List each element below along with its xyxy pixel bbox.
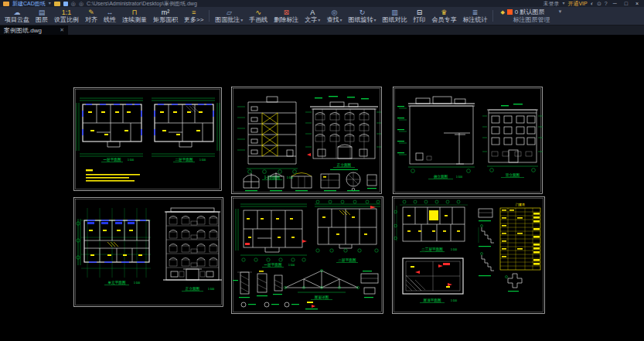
file-path: C:\Users\Administrator\Desktop\案例图纸.dwg — [87, 0, 197, 7]
chevron-down-icon[interactable]: ▾ — [49, 0, 51, 7]
vip-upgrade-button[interactable]: 开通VIP — [567, 0, 587, 7]
theme-icon[interactable]: ◐ — [591, 0, 594, 7]
drawing-label: 二三层平面图 — [421, 247, 443, 252]
roof-truss-detail: 屋架详图 — [284, 269, 359, 300]
drawing-scale: 1:100 — [134, 281, 140, 285]
toolbar-item-measure[interactable]: ⊓ 连续测量 — [119, 7, 150, 25]
continuous-measure-icon: ⊓ — [131, 9, 137, 16]
zoom-in-icon[interactable]: ◎ — [71, 0, 76, 7]
dropdown-arrow-icon: ▾ — [318, 17, 320, 22]
drawing-label: 一层平面图 — [264, 262, 282, 268]
section-details — [233, 271, 378, 309]
drawing-scale: 1:100 — [208, 288, 214, 291]
rotate-icon: ↻ — [359, 9, 366, 16]
dropdown-arrow-icon: ▾ — [240, 17, 243, 22]
active-document-tab[interactable]: 案例图纸.dwg ✕ — [0, 26, 68, 35]
scale-ratio-icon: 1:1 — [62, 9, 72, 16]
layer-selector-value: 0 默认图层 — [515, 9, 545, 15]
main-toolbar: ☁ 项目云盘 ▤ 图层 1:1 设置比例 ✎ 对齐 ↔ 线性 ⊓ 连续测量 m²… — [0, 7, 644, 26]
toolbar-item-linear[interactable]: ↔ 线性 — [101, 7, 119, 25]
toolbar-item-area[interactable]: m² 矩形面积 — [150, 7, 181, 25]
drawing-label: 单元平面图 — [107, 280, 126, 285]
toolbar-separator — [209, 10, 210, 22]
plan-second-floor: 二层平面图 1:100 — [152, 98, 220, 162]
toolbar-item-vip[interactable]: ♛ 会员专享 — [428, 7, 459, 25]
text-icon: A — [310, 9, 315, 16]
drawing-label: 一层平面图 — [104, 157, 121, 162]
drawing-label: 二层平面图 — [339, 257, 356, 263]
notes-block — [86, 169, 140, 182]
zoom-out-icon[interactable]: ◎ — [79, 0, 83, 7]
drawing-scale: 1:100 — [128, 159, 134, 162]
toolbar-item-more[interactable]: ≡ 更多>> — [181, 7, 206, 25]
new-drawing-button[interactable]: 新建CAD图纸 — [12, 0, 46, 7]
open-file-icon[interactable] — [54, 2, 60, 6]
front-elevation: 正立面图 1:100 — [163, 208, 222, 292]
door-window-schedule: 门窗表 — [500, 203, 540, 270]
title-bar: 新建CAD图纸 ▾ ◎ ◎ C:\Users\Administrator\Des… — [0, 0, 644, 7]
tab-close-icon[interactable]: ✕ — [60, 27, 64, 33]
help-icon[interactable]: ? — [605, 0, 608, 7]
drawing-panel-floor-plans[interactable]: 一层平面图 1:100 二层平面图 1:100 — [73, 87, 222, 191]
toolbar-item-delete-annotation[interactable]: ⊠ 删除标注 — [271, 7, 302, 25]
drawing-scale: 1:100 — [451, 248, 457, 251]
cloud-icon: ☁ — [14, 9, 21, 16]
toolbar-item-stats[interactable]: ≣ 标注统计 — [459, 7, 490, 25]
drawing-panel-unit-plan[interactable]: 单元平面图 1:100 正立面图 1:100 — [73, 197, 223, 307]
drawing-scale: 1:100 — [288, 264, 295, 267]
find-icon: ◎ — [331, 9, 337, 16]
freehand-icon: ∿ — [256, 9, 262, 16]
drawing-panel-elevations[interactable]: 侧立面图 1:100 背立面图 — [393, 87, 543, 194]
building-section: 1-1剖面图 1:100 — [237, 97, 298, 180]
toolbar-item-cloud[interactable]: ☁ 项目云盘 — [2, 7, 32, 25]
minimize-button[interactable]: ─ — [611, 0, 619, 7]
drawing-panel-section-elevation[interactable]: 1-1剖面图 1:100 正立面图 — [231, 87, 382, 194]
toolbar-item-find[interactable]: ◎ 查找▾ — [323, 7, 345, 25]
save-icon[interactable] — [63, 2, 68, 6]
toolbar-item-align[interactable]: ✎ 对齐 — [82, 7, 101, 25]
tab-title: 案例图纸.dwg — [4, 26, 42, 35]
plan-first-floor: 一层平面图 1:100 — [77, 98, 143, 162]
drawing-canvas[interactable]: 一层平面图 1:100 二层平面图 1:100 — [0, 35, 644, 341]
maximize-button[interactable]: □ — [622, 0, 630, 7]
front-elevation: 正立面图 — [305, 96, 381, 170]
rear-elevation: 背立面图 — [482, 104, 543, 178]
layers-icon: ▤ — [39, 9, 46, 16]
toolbar-item-freehand[interactable]: ∿ 手画线 — [246, 7, 271, 25]
drawing-panel-roof-schedule[interactable]: 二三层平面图 1:100 屋顶平面图 1:100 门窗表 — [392, 196, 545, 314]
annotation-layer-group: ◆ 0 默认图层 ▼ 标注图层管理 — [496, 9, 567, 23]
app-logo-icon — [3, 2, 9, 6]
drawing-scale: 1:100 — [199, 159, 206, 162]
layer-dropdown-icon[interactable]: ▼ — [557, 9, 562, 15]
layer-selector[interactable]: ◆ 0 默认图层 ▼ — [500, 9, 562, 15]
drawing-label: 背立面图 — [506, 172, 520, 178]
drawing-label: 正立面图 — [336, 162, 351, 168]
annotate-icon: ▱ — [227, 9, 232, 16]
layer-manage-button[interactable]: 标注图层管理 — [500, 16, 562, 23]
drawing-panel-plans-truss[interactable]: 一层平面图 1:100 二层平面图 — [231, 196, 383, 314]
more-icon: ≡ — [192, 9, 196, 16]
settings-icon[interactable]: ⊙ — [597, 0, 601, 7]
delete-annotation-icon: ⊠ — [284, 9, 290, 16]
toolbar-item-scale[interactable]: 1:1 设置比例 — [51, 7, 82, 25]
toolbar-item-rotate[interactable]: ↻ 图纸旋转▾ — [345, 7, 379, 25]
account-status[interactable]: 未登录 — [543, 0, 559, 7]
drawing-scale: 1:100 — [456, 176, 462, 179]
cad-viewer-window: 新建CAD图纸 ▾ ◎ ◎ C:\Users\Administrator\Des… — [0, 0, 644, 341]
drawing-label: 侧立面图 — [434, 174, 448, 179]
account-chevron-icon[interactable]: ▾ — [562, 0, 564, 7]
table-title: 门窗表 — [516, 203, 525, 206]
toolbar-item-annotate[interactable]: ▱ 图面批注▾ — [212, 7, 246, 25]
vip-crown-icon: ♛ — [441, 9, 447, 16]
drawing-label: 1-1剖面图 — [264, 175, 280, 180]
drawing-label: 屋架详图 — [314, 295, 329, 300]
tab-bar: 案例图纸.dwg ✕ — [0, 26, 644, 35]
toolbar-item-print[interactable]: ⊟ 打印 — [410, 7, 428, 25]
close-button[interactable]: × — [633, 0, 641, 7]
align-icon: ✎ — [88, 9, 94, 16]
toolbar-item-layers[interactable]: ▤ 图层 — [32, 7, 51, 25]
plan-first-floor: 一层平面图 1:100 — [236, 204, 307, 268]
toolbar-item-compare[interactable]: ▥ 图纸对比 — [379, 7, 410, 25]
plan-second-floor: 二层平面图 — [315, 200, 380, 263]
toolbar-item-text[interactable]: A 文字▾ — [302, 7, 323, 25]
